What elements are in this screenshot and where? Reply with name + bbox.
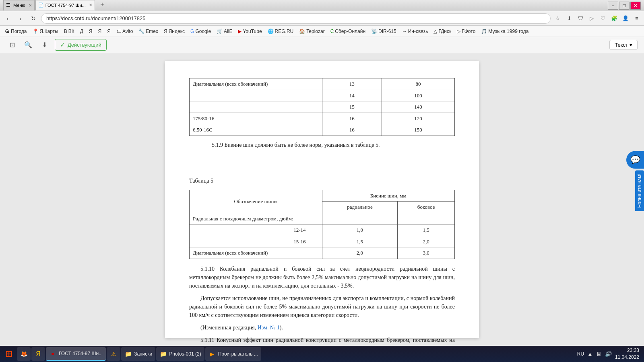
taskbar-yabrowser[interactable]: Я bbox=[31, 347, 45, 361]
bookmark-yamaps-label: Я.Карты bbox=[40, 29, 58, 34]
bookmark-youtube[interactable]: ▶YouTube bbox=[235, 28, 264, 35]
play-icon[interactable]: ▷ bbox=[587, 14, 597, 23]
viewer-container: ⊡ 🔍 ⬇ ✓ Действующий Текст ▾ Диагональная… bbox=[0, 37, 644, 346]
tab-document-close[interactable]: ✕ bbox=[89, 3, 92, 7]
bookmark-teplozar-label: Teplozar bbox=[306, 29, 324, 34]
tab-document[interactable]: 📄 ГОСТ 4754-97 Ши... ✕ bbox=[35, 0, 95, 10]
back-button[interactable]: ‹ bbox=[2, 13, 13, 24]
profile-icon[interactable]: 👤 bbox=[621, 14, 630, 23]
toolbar-right: Текст ▾ bbox=[609, 40, 638, 50]
bookmark-avito[interactable]: 🏷Avito bbox=[114, 28, 135, 35]
bookmark-gphoto[interactable]: ▷ГФото bbox=[454, 28, 478, 35]
reload-button[interactable]: ↻ bbox=[28, 13, 39, 24]
network-icon[interactable]: 🖥 bbox=[596, 351, 602, 357]
bookmark-music-label: Музыка 1999 года bbox=[488, 29, 528, 34]
bookmark-dir615[interactable]: 📡DIR-615 bbox=[369, 28, 399, 35]
chat-bubble-button[interactable]: 💬 bbox=[626, 151, 644, 169]
clock-date: 11.04.2022 bbox=[615, 354, 639, 361]
link-izm1-a[interactable]: Изм. № 1 bbox=[258, 325, 280, 331]
taskbar-document[interactable]: ● ГОСТ 4754-97 Ши... bbox=[46, 347, 106, 361]
minimize-button[interactable]: − bbox=[608, 2, 618, 10]
bookmark-ali[interactable]: 🛒AliE bbox=[214, 28, 235, 35]
address-bar-icons: ☆ ⬇ 🛡 ▷ ♡ 🧩 👤 ≡ bbox=[553, 14, 642, 23]
sidebar-toggle-icon[interactable]: ⊡ bbox=[6, 39, 18, 51]
taskbar-player[interactable]: ▶ Проигрыватель ... bbox=[205, 347, 261, 361]
text-mode-button[interactable]: Текст ▾ bbox=[609, 40, 638, 50]
close-button[interactable]: ✕ bbox=[630, 2, 641, 10]
table-row: Диагональная (всех обозначений) 2,0 3,0 bbox=[190, 247, 455, 259]
chat-bubble-icon: 💬 bbox=[630, 155, 640, 165]
start-button[interactable]: ⊞ bbox=[2, 347, 16, 361]
maximize-button[interactable]: □ bbox=[619, 2, 630, 10]
document-scroll-area[interactable]: Диагональная (всех обозначений) 13 80 14… bbox=[0, 53, 644, 346]
bookmark-vk[interactable]: ВВК bbox=[62, 28, 77, 35]
bookmark-yandex2[interactable]: Я bbox=[96, 28, 104, 35]
language-indicator[interactable]: RU bbox=[577, 351, 584, 357]
yandex-main-icon: Я bbox=[164, 29, 167, 34]
document-toolbar: ⊡ 🔍 ⬇ ✓ Действующий Текст ▾ bbox=[0, 37, 644, 53]
table-cell: 16 bbox=[322, 124, 382, 136]
table-cell: 175/80-16 bbox=[190, 113, 322, 124]
bookmark-insvyaz[interactable]: →Ин-связь bbox=[400, 28, 431, 35]
heart-icon[interactable]: ♡ bbox=[598, 14, 608, 23]
bookmark-google[interactable]: GGoogle bbox=[188, 28, 213, 35]
bookmark-music[interactable]: 🎵Музыка 1999 года bbox=[479, 28, 531, 35]
tab-menu-close[interactable]: ✕ bbox=[29, 3, 32, 8]
download-doc-icon[interactable]: ⬇ bbox=[39, 39, 50, 51]
table-cell: 1,5 bbox=[398, 224, 455, 236]
table-row: 6,50-16С 16 150 bbox=[190, 124, 455, 136]
address-input[interactable] bbox=[41, 13, 551, 24]
taskbar-firefox[interactable]: 🦊 bbox=[17, 347, 31, 361]
vk-icon: В bbox=[64, 29, 67, 34]
table-header-designation: Обозначение шины bbox=[190, 190, 322, 213]
forward-button[interactable]: › bbox=[15, 13, 26, 24]
bookmark-pogoda-label: Погода bbox=[11, 29, 27, 34]
window-controls: − □ ✕ bbox=[608, 2, 641, 10]
search-icon[interactable]: 🔍 bbox=[23, 39, 34, 51]
volume-icon[interactable]: 🔊 bbox=[605, 351, 612, 357]
bookmark-yamaps[interactable]: 📍Я.Карты bbox=[30, 28, 61, 35]
gdisk-icon: △ bbox=[433, 29, 437, 34]
status-badge[interactable]: ✓ Действующий bbox=[55, 39, 107, 51]
bookmark-yandex-main[interactable]: ЯЯндекс bbox=[161, 28, 187, 35]
bookmark-ali-label: AliE bbox=[224, 29, 232, 34]
table-row: 15-16 1,5 2,0 bbox=[190, 236, 455, 247]
table-cell: 3,0 bbox=[398, 247, 455, 259]
menu-icon[interactable]: ≡ bbox=[632, 14, 642, 23]
download-icon[interactable]: ⬇ bbox=[564, 14, 574, 23]
table-cell bbox=[190, 101, 322, 113]
music-icon: 🎵 bbox=[481, 29, 487, 34]
firefox-icon: 🦊 bbox=[20, 350, 27, 358]
table5-label: Таблица 5 bbox=[189, 177, 455, 185]
table-cell: 12-14 bbox=[190, 224, 322, 236]
bookmark-teplozar[interactable]: 🏠Teplozar bbox=[297, 28, 327, 35]
bookmark-sber[interactable]: ССбер-Онлайн bbox=[328, 28, 368, 35]
bookmark-pogoda[interactable]: 🌤Погода bbox=[2, 28, 29, 35]
bookmark-icon[interactable]: ☆ bbox=[553, 14, 563, 23]
youtube-icon: ▶ bbox=[238, 29, 242, 34]
bookmark-yandex1[interactable]: Я bbox=[87, 28, 95, 35]
taskbar-warning[interactable]: ⚠ bbox=[107, 347, 120, 361]
chat-label[interactable]: Напишите нам! bbox=[635, 170, 644, 211]
gphoto-icon: ▷ bbox=[457, 29, 460, 34]
bookmark-emex[interactable]: 🔧Emex bbox=[136, 28, 161, 35]
bookmark-gphoto-label: ГФото bbox=[462, 29, 475, 34]
tab-menu[interactable]: ☰ Меню ✕ bbox=[3, 0, 35, 10]
table-cell: 80 bbox=[382, 78, 455, 90]
table-cell: 14 bbox=[322, 90, 382, 101]
tray-arrow-icon[interactable]: ▲ bbox=[587, 351, 593, 357]
ali-icon: 🛒 bbox=[217, 29, 223, 34]
new-tab-button[interactable]: + bbox=[97, 0, 107, 9]
taskbar-system-tray: RU ▲ 🖥 🔊 23:33 11.04.2022 bbox=[577, 347, 642, 361]
bookmark-yandex3[interactable]: Я bbox=[105, 28, 113, 35]
bookmark-regru[interactable]: 🌐REG.RU bbox=[265, 28, 296, 35]
bookmark-gdisk[interactable]: △ГДиск bbox=[431, 28, 454, 35]
taskbar-photos[interactable]: 📁 Photos-001 (2) bbox=[156, 347, 204, 361]
extensions-icon[interactable]: 🧩 bbox=[609, 14, 619, 23]
shield-icon[interactable]: 🛡 bbox=[576, 14, 585, 23]
bookmark-d[interactable]: Д bbox=[78, 28, 86, 35]
chat-widget[interactable]: 💬 Напишите нам! bbox=[626, 151, 644, 211]
taskbar-zapiski[interactable]: 📁 Записки bbox=[121, 347, 155, 361]
table-row: 12-14 1,0 1,5 bbox=[190, 224, 455, 236]
text-btn-label: Текст bbox=[615, 42, 628, 48]
